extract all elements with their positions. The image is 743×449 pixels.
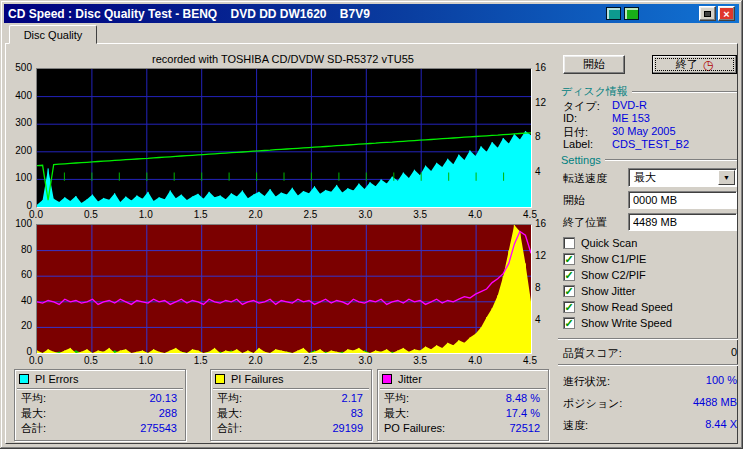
jitter-stats-box: Jitter 平均:8.48 % 最大:17.4 % PO Failures:7…	[377, 369, 549, 441]
progress-label: 進行状況:	[563, 374, 610, 389]
disc-id-value: ME 153	[612, 112, 650, 124]
stat-label: PO Failures:	[384, 421, 445, 436]
drive-icon[interactable]	[624, 7, 639, 20]
stat-value: 83	[351, 406, 363, 421]
close-icon: ×	[723, 8, 729, 20]
show-c1-pie-checkbox[interactable]: ✓	[563, 253, 575, 265]
checkbox-row-show-write-speed[interactable]: ✓Show Write Speed	[563, 317, 672, 329]
disc-info-header: ディスク情報	[561, 84, 737, 99]
show-read-speed-checkbox[interactable]: ✓	[563, 301, 575, 313]
app-window: CD Speed : Disc Quality Test - BENQ DVD …	[0, 0, 743, 449]
quality-score-value: 0	[731, 346, 737, 361]
stat-value: 8.48 %	[506, 391, 540, 406]
stat-label: 平均:	[217, 391, 242, 406]
disc-label-value: CDS_TEST_B2	[612, 138, 689, 150]
speed-value: 8.44 X	[705, 418, 737, 433]
checkbox-row-show-c2-pif[interactable]: ✓Show C2/PIF	[563, 269, 646, 281]
stat-value: 20.13	[149, 391, 177, 406]
stop-button[interactable]: 終了 ◷	[652, 55, 737, 74]
stat-value: 72512	[509, 421, 540, 436]
stat-value: 17.4 %	[506, 406, 540, 421]
quality-score-label: 品質スコア:	[563, 346, 622, 361]
stats-title: PI Failures	[231, 373, 284, 385]
disc-label-label: Label:	[563, 138, 612, 150]
pi-errors-swatch	[19, 374, 29, 384]
checkbox-label: Show Read Speed	[581, 301, 673, 313]
speed-label: 転送速度	[563, 171, 607, 186]
chart-recorded-with-label: recorded with TOSHIBA CD/DVDW SD-R5372 v…	[36, 53, 530, 65]
quality-score-row: 品質スコア: 0	[563, 346, 737, 361]
pi-failures-stats-box: PI Failures 平均:2.17 最大:83 合計:29199	[210, 369, 372, 441]
end-position-label: 終了位置	[563, 215, 607, 230]
minimize-button[interactable]	[699, 6, 716, 21]
end-position-input[interactable]	[628, 213, 737, 231]
divider	[632, 91, 737, 93]
speed-row: 速度:8.44 X	[563, 418, 737, 433]
disc-info-header-label: ディスク情報	[561, 84, 628, 99]
divider	[558, 338, 738, 340]
stop-button-label: 終了	[676, 57, 698, 72]
stat-label: 合計:	[217, 421, 242, 436]
window-title: CD Speed : Disc Quality Test - BENQ DVD …	[8, 7, 603, 21]
start-position-input[interactable]	[628, 191, 737, 209]
minimize-icon	[704, 11, 711, 17]
divider	[17, 388, 183, 390]
checkbox-row-show-c1-pie[interactable]: ✓Show C1/PIE	[563, 253, 646, 265]
stats-title: PI Errors	[35, 373, 78, 385]
clock-icon: ◷	[703, 59, 713, 71]
chevron-down-icon[interactable]: ▼	[718, 170, 735, 185]
checkbox-label: Show Write Speed	[581, 317, 672, 329]
divider	[380, 388, 546, 390]
stat-label: 合計:	[21, 421, 46, 436]
close-button[interactable]: ×	[718, 6, 735, 21]
settings-header-label: Settings	[561, 154, 601, 166]
checkbox-label: Show Jitter	[581, 285, 635, 297]
stat-label: 最大:	[21, 406, 46, 421]
stat-label: 平均:	[384, 391, 409, 406]
progress-row: 進行状況:100 %	[563, 374, 737, 389]
disc-id-label: ID:	[563, 112, 612, 124]
divider	[213, 388, 369, 390]
tab-disc-quality[interactable]: Disc Quality	[9, 25, 97, 44]
chart-icon[interactable]	[606, 7, 621, 20]
show-jitter-checkbox[interactable]: ✓	[563, 285, 575, 297]
position-value: 4488 MB	[693, 396, 737, 411]
checkbox-label: Quick Scan	[581, 237, 637, 249]
checkbox-row-quick-scan[interactable]: Quick Scan	[563, 237, 637, 249]
checkbox-label: Show C2/PIF	[581, 269, 646, 281]
pi-errors-stats-box: PI Errors 平均:20.13 最大:288 合計:275543	[14, 369, 186, 441]
divider	[558, 364, 738, 366]
stat-label: 平均:	[21, 391, 46, 406]
stat-value: 2.17	[342, 391, 363, 406]
pif-jitter-chart	[36, 224, 532, 354]
speed-value-label: 速度:	[563, 418, 588, 433]
divider	[605, 159, 737, 161]
quick-scan-checkbox[interactable]	[563, 237, 575, 249]
pi-errors-chart	[36, 68, 532, 208]
pi-failures-swatch	[215, 374, 225, 384]
stats-title: Jitter	[398, 373, 422, 385]
stat-label: 最大:	[384, 406, 409, 421]
checkbox-row-show-read-speed[interactable]: ✓Show Read Speed	[563, 301, 673, 313]
speed-select[interactable]: 最大 ▼	[628, 168, 737, 187]
stat-value: 275543	[140, 421, 177, 436]
jitter-swatch	[382, 374, 392, 384]
stat-label: 最大:	[217, 406, 242, 421]
settings-header: Settings	[561, 154, 737, 166]
checkbox-row-show-jitter[interactable]: ✓Show Jitter	[563, 285, 635, 297]
stat-value: 29199	[332, 421, 363, 436]
speed-select-value: 最大	[634, 170, 656, 185]
stat-value: 288	[159, 406, 177, 421]
start-position-label: 開始	[563, 193, 585, 208]
position-row: ポジション:4488 MB	[563, 396, 737, 411]
show-write-speed-checkbox[interactable]: ✓	[563, 317, 575, 329]
position-label: ポジション:	[563, 396, 622, 411]
checkbox-label: Show C1/PIE	[581, 253, 646, 265]
titlebar[interactable]: CD Speed : Disc Quality Test - BENQ DVD …	[4, 4, 739, 23]
show-c2-pif-checkbox[interactable]: ✓	[563, 269, 575, 281]
progress-value: 100 %	[706, 374, 737, 389]
start-button[interactable]: 開始	[563, 55, 625, 74]
